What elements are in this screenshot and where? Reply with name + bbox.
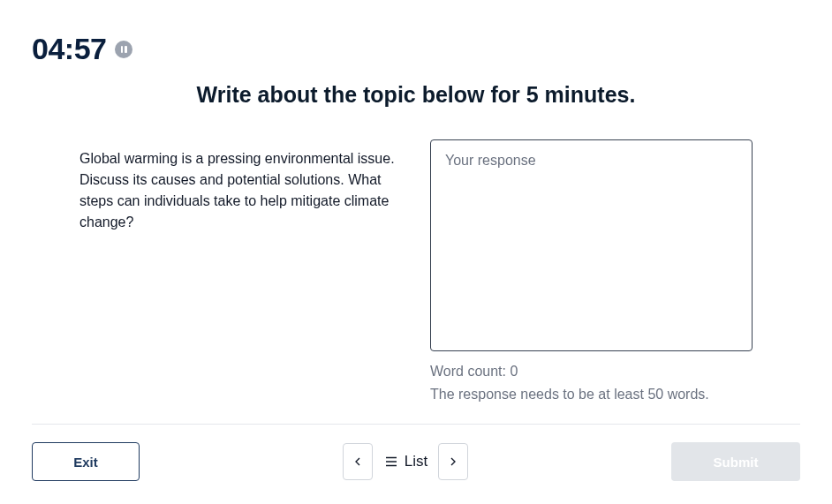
prompt-text: Global warming is a pressing environment… (79, 139, 402, 404)
timer-value: 04:57 (32, 32, 106, 66)
chevron-left-icon (351, 455, 365, 469)
prev-button[interactable] (343, 443, 373, 480)
page-heading: Write about the topic below for 5 minute… (32, 82, 800, 108)
pause-icon[interactable] (115, 41, 132, 58)
exit-button[interactable]: Exit (32, 442, 140, 481)
list-icon (383, 454, 399, 470)
chevron-right-icon (446, 455, 460, 469)
response-input[interactable] (430, 139, 753, 351)
submit-button[interactable]: Submit (671, 442, 800, 481)
next-button[interactable] (438, 443, 468, 480)
list-label: List (405, 453, 427, 470)
list-button[interactable]: List (383, 453, 427, 470)
min-words-hint: The response needs to be at least 50 wor… (430, 387, 753, 402)
word-count: Word count: 0 (430, 364, 753, 380)
